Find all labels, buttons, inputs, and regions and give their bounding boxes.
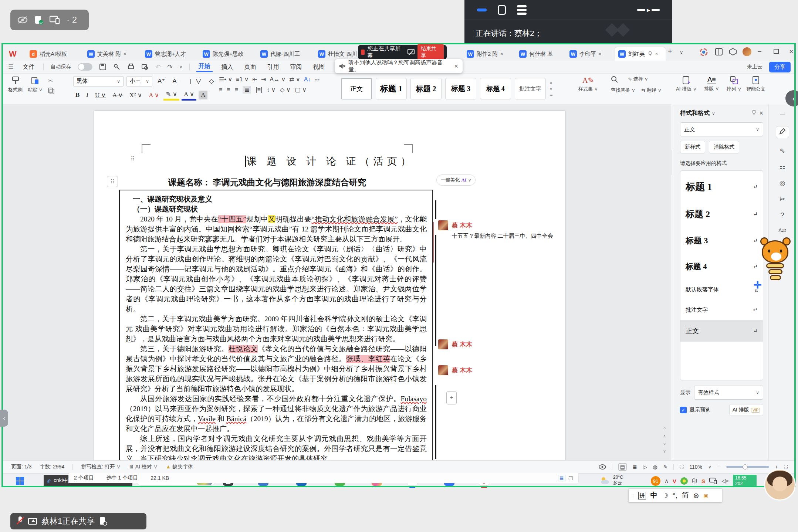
close-tab-icon[interactable]: × [599,51,601,57]
char-shading-icon[interactable]: A [199,91,207,99]
edit-tool-icon[interactable] [776,126,789,138]
workspace-icon[interactable] [729,48,737,57]
menu-review[interactable]: 审阅 [288,62,304,72]
ime-lang-toggle[interactable]: 中 [650,491,657,500]
tray-expand-icon[interactable]: ∧ [665,478,669,484]
decrease-indent-icon[interactable]: ⇤ [253,76,257,83]
superscript-icon[interactable]: X² ∨ [127,91,144,100]
ime-settings-icon[interactable]: ⊛ [693,491,699,500]
typeset-button[interactable]: A≡ 排版 ∨ [704,76,719,92]
translate-tool[interactable]: ⇆ 翻译 ∨ [641,87,662,94]
style-item-heading4[interactable]: 标题 4↵ [680,254,763,279]
tray-360-icon[interactable] [680,477,688,485]
ime-moon-icon[interactable]: ☽ [662,491,668,500]
current-style-select[interactable]: 正文∨ [680,122,763,136]
ime-punct-icon[interactable]: °, [673,491,677,499]
comment-3[interactable]: 蔡 木木 [438,365,560,375]
new-style-button[interactable]: 新样式 [680,141,705,153]
ime-pinyin-icon[interactable]: 拼 [638,492,646,499]
style-heading-3[interactable]: 标题 3 [445,78,476,99]
scrollbar-marks[interactable]: ⁘∧○∨ [662,426,667,454]
bullets-icon[interactable]: ☰• ∨ [219,76,232,83]
tab-doc-active[interactable]: W 刘红英 × [615,47,666,61]
distribute-icon[interactable]: |≡| [256,87,262,93]
meeting-menu-icon[interactable] [517,4,527,16]
char-scale-icon[interactable]: A↔ ∨ [270,76,285,83]
font-size-select[interactable]: 小三∨ [126,76,152,87]
comment-1[interactable]: 蔡 木木 十五五？最新内容 二十届三中、四中全会 [438,220,560,240]
menu-page[interactable]: 页面 [242,62,258,72]
style-heading-4[interactable]: 标题 4 [480,78,511,99]
smart-doc-button[interactable]: 智能公文 [746,76,765,92]
style-comment-text[interactable]: 批注文字 [515,78,546,99]
collapse-rail-icon[interactable]: ─ [780,110,785,118]
reading-eye-icon[interactable] [599,464,606,470]
tray-volume-muted-icon[interactable]: ◁× [721,478,729,484]
start-button[interactable] [16,477,24,485]
main-menu-icon[interactable]: ☰ [8,63,14,71]
copy-icon[interactable] [48,87,54,94]
sort-icon[interactable]: A↓ [304,76,311,83]
underline-icon[interactable]: U ∨ [93,91,108,100]
print-preview-icon[interactable] [141,63,149,71]
tray-wps-icon[interactable]: V [673,478,676,484]
tab-doc-3[interactable]: W陈先强+思政 [199,47,254,61]
borders-icon[interactable]: ▢ ∨ [295,86,307,93]
select-tool-icon[interactable]: ⇖ [780,146,785,155]
maximize-meeting-icon[interactable] [498,5,506,15]
tab-doc-9[interactable]: W何仕琳 基 [515,47,564,61]
document-body[interactable]: 一、课题研究现状及意义 （一）课题研究现状 2020 年 10 月，党中央在“十… [119,190,433,460]
ime-simplified-toggle[interactable]: 简 [682,491,689,500]
cloud-status[interactable]: 未上云 [747,64,763,70]
ime-drag-handle[interactable]: ⁞ [632,493,634,498]
phonetic-guide-icon[interactable]: ㆐ ∨ [185,76,204,87]
font-color-icon[interactable]: A ∨ [182,89,196,101]
menu-file[interactable]: 文件 [20,62,37,72]
tray-input-icon[interactable]: 卬 [692,478,697,485]
style-item-normal[interactable]: 正文↵ [680,320,763,342]
tab-home[interactable]: W [5,47,24,61]
comment-2[interactable]: 蔡 木木 [438,339,560,349]
align-left-icon[interactable]: ≡ [219,87,222,93]
find-replace-tool[interactable]: 查找替换 ∨ [611,87,635,94]
minimize-meeting-icon[interactable] [477,9,487,11]
tab-docer[interactable]: d稻壳AI模板 [26,47,81,61]
redo-icon[interactable]: ↷ [168,63,173,71]
minimize-window-icon[interactable]: − [757,47,762,56]
style-item-heading2[interactable]: 标题 2↵ [680,200,763,228]
word-count[interactable]: 字数: 2994 [40,464,64,470]
ime-skin-icon[interactable]: ▣ [703,493,708,498]
proofread-tool-icon[interactable]: ◎ [780,179,785,187]
details-view-icon[interactable]: ≣ [558,475,565,481]
web-view-icon[interactable]: ◍ [653,464,657,470]
pin-tab-icon[interactable] [647,51,653,57]
style-item-heading3[interactable]: 标题 3↵ [680,228,763,254]
columns-icon[interactable]: ⚏ [314,76,319,83]
tray-display-icon[interactable] [709,478,717,484]
document-page[interactable]: ⠿ ⠿ 课 题 设 计 论 证（活页） 课题名称： 李调元戏曲文化与德阳旅游深度… [94,111,565,460]
close-window-icon[interactable]: × [789,47,794,56]
align-center-icon[interactable]: ≡ [227,87,230,93]
style-item-comment-text[interactable]: 批注文字↵ [680,299,763,320]
open-panel-icon[interactable]: ▸ [637,6,660,14]
end-share-button[interactable]: 结束共享 [417,44,444,60]
zoom-slider[interactable] [726,466,769,468]
output-icon[interactable] [113,63,121,71]
arrange-button[interactable]: 排列 ∨ [727,76,741,92]
strikethrough-icon[interactable]: A ∨ [110,91,125,100]
add-comment-button[interactable]: + [446,391,457,404]
style-normal[interactable]: 正文 [341,78,372,99]
undo-icon[interactable]: ↶ [155,63,160,71]
zoom-out-icon[interactable]: − [717,464,720,470]
tab-doc-1[interactable]: W艾美琳 附× [84,47,139,61]
ai-proof-status[interactable]: 🗎 AI 校对 ∨ [129,464,158,470]
toolbox-icon[interactable]: ✂ [780,195,785,203]
clear-format-button[interactable]: 清除格式 [709,141,739,153]
integration-icon[interactable] [700,48,708,58]
text-effects-icon[interactable]: A ∨ [146,91,161,100]
ai-typeset-panel-button[interactable]: AI 排版VIP [729,404,763,416]
new-tab-button[interactable]: + [668,47,672,56]
tab-doc-2[interactable]: W曾志澜+人才 [141,47,197,61]
ime-toolbar[interactable]: ⁞ 拼 中 ☽ °, 简 ⊛ ▣ [629,489,722,502]
format-painter-button[interactable]: 格式刷 [8,76,23,94]
